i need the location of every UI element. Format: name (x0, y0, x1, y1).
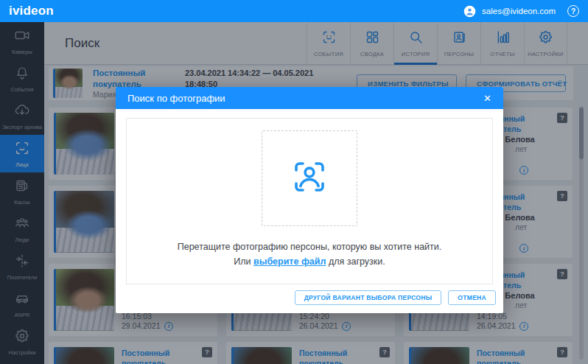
person-scan-icon (290, 157, 329, 200)
avatar[interactable] (463, 5, 476, 18)
drop-target[interactable] (262, 130, 357, 226)
topbar: ivideon sales@ivideon.com ? (0, 0, 588, 22)
drop-instruction-line1: Перетащите фотографию персоны, которую в… (127, 239, 492, 254)
photo-dropzone[interactable]: Перетащите фотографию персоны, которую в… (126, 118, 493, 284)
app-logo: ivideon (9, 4, 54, 18)
modal-header: Поиск по фотографии ✕ (116, 87, 503, 109)
modal-title: Поиск по фотографии (127, 93, 225, 104)
cancel-button[interactable]: ОТМЕНА (448, 290, 496, 305)
choose-file-link[interactable]: выберите файл (253, 256, 326, 267)
app-window: ivideon sales@ivideon.com ? КамерыСобыти… (0, 0, 588, 364)
drop-instruction-line2: Или выберите файл для загрузки. (127, 254, 492, 269)
photo-search-modal: Поиск по фотографии ✕ Перетащите фотогра… (116, 87, 503, 313)
alternative-person-select-button[interactable]: ДРУГОЙ ВАРИАНТ ВЫБОРА ПЕРСОНЫ (295, 290, 442, 305)
help-button[interactable]: ? (567, 5, 579, 17)
close-icon[interactable]: ✕ (483, 94, 491, 103)
account-email[interactable]: sales@ivideon.com (482, 7, 556, 15)
